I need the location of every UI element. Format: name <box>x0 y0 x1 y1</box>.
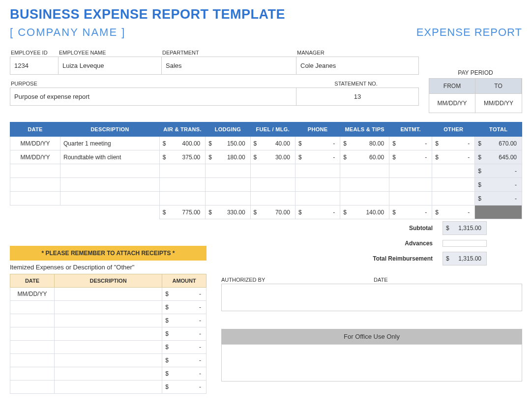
cell-total[interactable]: $- <box>475 178 522 192</box>
expense-row[interactable]: MM/DD/YYRoundtable with client$375.00$18… <box>10 150 522 164</box>
cell-lodging[interactable] <box>206 192 250 206</box>
item-amount[interactable]: $- <box>162 327 207 341</box>
cell-lodging[interactable] <box>206 178 250 192</box>
item-description[interactable] <box>54 381 162 394</box>
cell-total[interactable]: $670.00 <box>475 137 522 150</box>
authorized-by-box[interactable] <box>221 284 522 311</box>
cell-phone[interactable] <box>295 192 340 206</box>
cell-air[interactable] <box>159 192 205 206</box>
itemized-row[interactable]: $- <box>10 314 207 327</box>
cell-lodging[interactable]: $150.00 <box>206 137 250 150</box>
item-date[interactable]: MM/DD/YY <box>10 288 55 301</box>
cell-date[interactable] <box>10 178 60 192</box>
item-date[interactable] <box>10 314 55 327</box>
itemized-row[interactable]: $- <box>10 381 207 394</box>
pay-to-value[interactable]: MM/DD/YY <box>475 94 522 113</box>
cell-description[interactable]: Quarter 1 meeting <box>60 137 159 150</box>
expense-row[interactable]: MM/DD/YYQuarter 1 meeting$400.00$150.00$… <box>10 137 522 150</box>
cell-entmt[interactable]: $- <box>389 150 432 164</box>
cell-total[interactable]: $- <box>475 192 522 206</box>
item-description[interactable] <box>54 314 162 327</box>
cell-air[interactable] <box>159 178 205 192</box>
expense-row[interactable]: $- <box>10 164 522 178</box>
item-amount[interactable]: $- <box>162 288 207 301</box>
cell-fuel[interactable]: $30.00 <box>250 150 295 164</box>
item-date[interactable] <box>10 341 55 354</box>
expense-row[interactable]: $- <box>10 192 522 206</box>
item-description[interactable] <box>54 288 162 301</box>
field-purpose[interactable]: Purpose of expense report <box>10 88 296 105</box>
cell-date[interactable] <box>10 192 60 206</box>
cell-meals[interactable] <box>340 178 389 192</box>
cell-total[interactable]: $645.00 <box>475 150 522 164</box>
item-amount[interactable]: $- <box>162 367 207 381</box>
item-date[interactable] <box>10 354 55 367</box>
cell-phone[interactable]: $- <box>295 137 340 150</box>
cell-phone[interactable] <box>295 178 340 192</box>
cell-description[interactable] <box>60 164 159 178</box>
item-date[interactable] <box>10 367 55 381</box>
item-description[interactable] <box>54 327 162 341</box>
item-date[interactable] <box>10 381 55 394</box>
cell-total[interactable]: $- <box>475 164 522 178</box>
cell-description[interactable] <box>60 192 159 206</box>
cell-fuel[interactable] <box>250 192 295 206</box>
cell-other[interactable] <box>432 192 475 206</box>
cell-fuel[interactable] <box>250 178 295 192</box>
cell-description[interactable] <box>60 178 159 192</box>
cell-meals[interactable] <box>340 164 389 178</box>
itemized-row[interactable]: $- <box>10 341 207 354</box>
item-description[interactable] <box>54 367 162 381</box>
cell-meals[interactable]: $80.00 <box>340 137 389 150</box>
cell-lodging[interactable] <box>206 164 250 178</box>
cell-other[interactable]: $- <box>432 150 475 164</box>
cell-date[interactable]: MM/DD/YY <box>10 150 60 164</box>
cell-other[interactable]: $- <box>432 137 475 150</box>
cell-entmt[interactable] <box>389 164 432 178</box>
expense-row[interactable]: $- <box>10 178 522 192</box>
cell-date[interactable] <box>10 164 60 178</box>
cell-phone[interactable]: $- <box>295 150 340 164</box>
itemized-row[interactable]: $- <box>10 327 207 341</box>
cell-fuel[interactable]: $40.00 <box>250 137 295 150</box>
cell-fuel[interactable] <box>250 164 295 178</box>
itemized-row[interactable]: $- <box>10 367 207 381</box>
cell-meals[interactable]: $60.00 <box>340 150 389 164</box>
item-amount[interactable]: $- <box>162 314 207 327</box>
field-employee-name[interactable]: Luiza Leveque <box>59 57 162 74</box>
cell-other[interactable] <box>432 178 475 192</box>
itemized-row[interactable]: $- <box>10 301 207 314</box>
item-description[interactable] <box>54 301 162 314</box>
itemized-row[interactable]: $- <box>10 354 207 367</box>
field-statement-no[interactable]: 13 <box>296 88 418 105</box>
pay-from-value[interactable]: MM/DD/YY <box>429 94 475 113</box>
cell-date[interactable]: MM/DD/YY <box>10 137 60 150</box>
cell-lodging[interactable]: $180.00 <box>206 150 250 164</box>
item-amount[interactable]: $- <box>162 341 207 354</box>
cell-description[interactable]: Roundtable with client <box>60 150 159 164</box>
advances-value[interactable] <box>443 240 487 247</box>
itemized-row[interactable]: MM/DD/YY$- <box>10 288 207 301</box>
field-employee-id[interactable]: 1234 <box>10 57 59 74</box>
field-department[interactable]: Sales <box>162 57 296 74</box>
item-description[interactable] <box>54 354 162 367</box>
item-amount[interactable]: $- <box>162 381 207 394</box>
cell-meals[interactable] <box>340 192 389 206</box>
item-amount[interactable]: $- <box>162 354 207 367</box>
pay-period-title: PAY PERIOD <box>429 69 522 76</box>
cell-air[interactable]: $375.00 <box>159 150 205 164</box>
cell-entmt[interactable]: $- <box>389 137 432 150</box>
item-amount[interactable]: $- <box>162 301 207 314</box>
item-date[interactable] <box>10 327 55 341</box>
cell-entmt[interactable] <box>389 178 432 192</box>
cell-phone[interactable] <box>295 164 340 178</box>
cell-air[interactable]: $400.00 <box>159 137 205 150</box>
cell-other[interactable] <box>432 164 475 178</box>
field-manager[interactable]: Cole Jeanes <box>296 57 418 74</box>
cell-air[interactable] <box>159 164 205 178</box>
item-description[interactable] <box>54 341 162 354</box>
office-use-box[interactable] <box>221 344 522 382</box>
label-department: DEPARTMENT <box>161 48 296 57</box>
cell-entmt[interactable] <box>389 192 432 206</box>
item-date[interactable] <box>10 301 55 314</box>
